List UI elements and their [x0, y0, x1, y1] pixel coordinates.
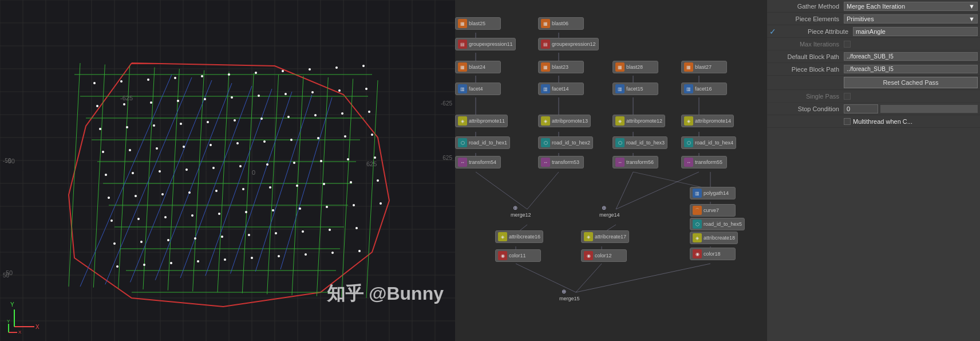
node-icon-merge14: ⊕ [599, 203, 608, 212]
node-label-groupexp11: groupexpression11 [469, 41, 513, 47]
node-blast23[interactable]: ▦ blast23 [538, 61, 584, 73]
node-label-hex3: road_id_to_hex3 [626, 140, 665, 146]
node-facet15[interactable]: ▥ facet15 [612, 83, 658, 95]
node-facet14[interactable]: ▥ facet14 [538, 83, 584, 95]
node-icon-groupexp12: ▤ [541, 40, 550, 49]
node-road-hex3[interactable]: ⬡ road_id_to_hex3 [612, 136, 667, 149]
node-blast24[interactable]: ▦ blast24 [455, 61, 501, 73]
node-facet4[interactable]: ▥ facet4 [455, 83, 501, 95]
node-road-hex4[interactable]: ⬡ road_id_to_hex4 [681, 136, 736, 149]
node-road-hex5[interactable]: ⬡ road_id_to_hex5 [690, 218, 745, 230]
node-icon-attribcreate16: ◈ [498, 232, 507, 241]
node-blast28[interactable]: ▦ blast28 [612, 61, 658, 73]
max-iterations-label: Max Iterations [769, 41, 844, 48]
node-transform55[interactable]: ↔ transform55 [681, 156, 727, 168]
node-attribpromote14[interactable]: ◈ attribpromote14 [681, 115, 734, 127]
node-icon-hex3: ⬡ [615, 138, 625, 147]
node-attribcreate17[interactable]: ◈ attribcreate17 [581, 230, 629, 243]
piece-elements-arrow: ▼ [969, 15, 975, 22]
grid-label-left: -50 [3, 158, 11, 164]
node-attribpromote11[interactable]: ◈ attribpromote11 [455, 115, 508, 127]
node-facet16[interactable]: ▥ facet16 [681, 83, 727, 95]
piece-elements-dropdown[interactable]: Primitives ▼ [844, 14, 978, 23]
gather-method-arrow: ▼ [969, 3, 975, 10]
multithread-checkbox[interactable] [844, 118, 851, 125]
axis-indicator: X Y [6, 318, 23, 335]
node-label-blast23: blast23 [552, 64, 568, 70]
svg-line-25 [527, 172, 559, 209]
multithread-row: Multithread when C... [767, 115, 980, 128]
default-block-path-input[interactable] [844, 52, 978, 61]
stop-condition-slider[interactable] [880, 105, 978, 113]
node-polygath14[interactable]: ▥ polygath14 [690, 187, 736, 199]
node-label-hex1: road_id_to_hex1 [469, 140, 507, 146]
node-blast27[interactable]: ▦ blast27 [681, 61, 727, 73]
node-blast25[interactable]: ▦ blast25 [455, 17, 501, 30]
piece-block-path-input[interactable] [844, 65, 978, 73]
grid-label-625: 625 [442, 155, 452, 161]
node-icon-color18: ◉ [693, 249, 702, 258]
node-label-blast25: blast25 [469, 21, 485, 26]
piece-attribute-input[interactable] [853, 27, 978, 36]
node-attribcreate16[interactable]: ◈ attribcreate16 [495, 230, 543, 243]
node-label-transform53: transform53 [552, 159, 579, 165]
node-road-hex1[interactable]: ⬡ road_id_to_hex1 [455, 136, 510, 149]
node-color11[interactable]: ◉ color11 [495, 249, 541, 262]
node-icon-transform53: ↔ [541, 158, 550, 167]
node-icon-attribcreate18: ◈ [693, 233, 702, 242]
node-icon-blast27: ▦ [684, 62, 693, 72]
node-merge14[interactable]: ⊕ merge14 [599, 203, 620, 218]
node-icon-transform54: ↔ [458, 158, 467, 167]
node-groupexpression12[interactable]: ▤ groupexpression12 [538, 38, 599, 50]
node-label-blast28: blast28 [626, 64, 643, 70]
single-pass-checkbox[interactable] [844, 93, 851, 100]
svg-line-33 [576, 264, 602, 292]
grid-label-625-neg: -625 [441, 100, 452, 107]
node-color18[interactable]: ◉ color18 [690, 248, 736, 260]
connections-svg [455, 0, 767, 341]
node-icon-blast24: ▦ [458, 62, 467, 72]
node-attribpromote13[interactable]: ◈ attribpromote13 [538, 115, 591, 127]
max-iterations-row: Max Iterations [767, 38, 980, 50]
max-iterations-checkbox[interactable] [844, 41, 851, 48]
node-label-merge15: merge15 [559, 296, 580, 301]
node-color12[interactable]: ◉ color12 [581, 249, 627, 262]
piece-attribute-checkmark: ✓ [769, 27, 776, 36]
node-label-facet15: facet15 [626, 86, 643, 92]
reset-cached-pass-row: Reset Cached Pass [767, 76, 980, 90]
node-label-polygath14: polygath14 [704, 190, 729, 196]
piece-block-path-row: Piece Block Path [767, 63, 980, 76]
node-icon-curve7: ⌒ [693, 206, 702, 215]
node-merge15[interactable]: ⊕ merge15 [559, 287, 580, 301]
node-blast06[interactable]: ▦ blast06 [538, 17, 584, 30]
node-attribcreate18[interactable]: ◈ attribcreate18 [690, 232, 738, 244]
node-merge12[interactable]: ⊕ merge12 [511, 203, 531, 218]
node-road-hex2[interactable]: ⬡ road_id_to_hex2 [538, 136, 593, 149]
node-icon-blast06: ▦ [541, 19, 550, 28]
node-label-merge12: merge12 [511, 212, 531, 218]
piece-elements-row: Piece Elements Primitives ▼ [767, 13, 980, 25]
properties-panel: Gather Method Merge Each Iteration ▼ Pie… [767, 0, 980, 341]
single-pass-row: Single Pass [767, 90, 980, 103]
node-icon-hex2: ⬡ [541, 138, 550, 147]
multithread-label: Multithread when C... [853, 118, 978, 125]
node-icon-polygath14: ▥ [693, 189, 702, 198]
node-icon-blast25: ▦ [458, 19, 467, 28]
node-label-attrib13: attribpromote13 [552, 118, 588, 124]
node-icon-facet4: ▥ [458, 84, 467, 93]
stop-condition-input[interactable] [844, 104, 878, 113]
viewport-panel: -50 50 -625 625 X Y 知乎 @Bunny [0, 0, 455, 341]
node-label-curve7: curve7 [704, 207, 719, 213]
node-transform54[interactable]: ↔ transform54 [455, 156, 501, 168]
gather-method-dropdown[interactable]: Merge Each Iteration ▼ [844, 2, 978, 11]
reset-cached-pass-button[interactable]: Reset Cached Pass [844, 77, 978, 88]
node-curve7[interactable]: ⌒ curve7 [690, 204, 736, 217]
node-attribpromote12[interactable]: ◈ attribpromote12 [612, 115, 665, 127]
gather-method-row: Gather Method Merge Each Iteration ▼ [767, 0, 980, 13]
node-transform56[interactable]: ↔ transform56 [612, 156, 658, 168]
node-icon-attribcreate17: ◈ [584, 232, 593, 241]
node-icon-merge12: ⊕ [511, 203, 520, 212]
node-label-attrib14: attribpromote14 [695, 118, 731, 124]
node-groupexpression11[interactable]: ▤ groupexpression11 [455, 38, 516, 50]
node-transform53[interactable]: ↔ transform53 [538, 156, 584, 168]
